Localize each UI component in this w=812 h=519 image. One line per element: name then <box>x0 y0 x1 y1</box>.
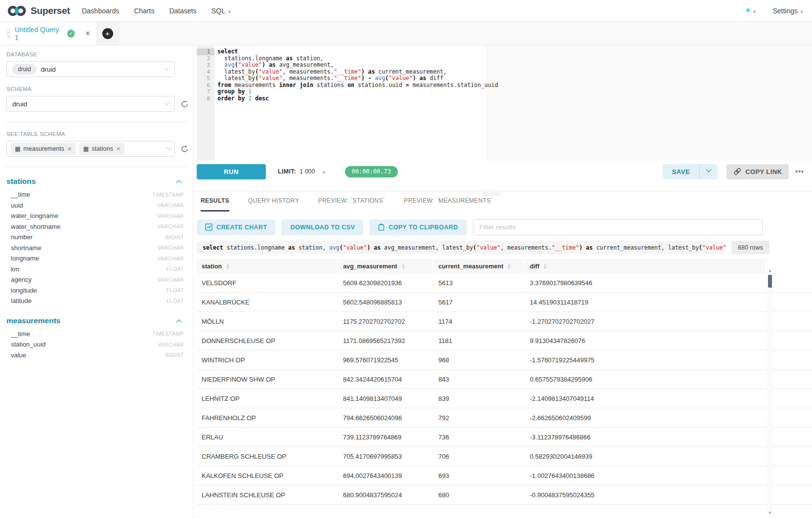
collapse-icon[interactable] <box>176 180 181 185</box>
copy-to-clipboard-button[interactable]: COPY TO CLIPBOARD <box>370 219 466 235</box>
schema-select[interactable]: druid <box>6 96 175 112</box>
results-tab-results[interactable]: RESULTS <box>201 197 229 212</box>
nav-item-dashboards[interactable]: Dashboards <box>82 7 120 15</box>
table-cell: ERLAU <box>197 428 337 446</box>
sort-asc-icon <box>544 264 547 266</box>
sort-icon <box>544 264 547 269</box>
brand-name: Superset <box>31 5 70 16</box>
column-type: FLOAT <box>167 298 184 304</box>
database-select[interactable]: druid druid <box>6 61 175 77</box>
close-tab-icon[interactable] <box>85 30 90 37</box>
column-type: FLOAT <box>167 266 184 272</box>
remove-chip-icon[interactable] <box>67 146 72 152</box>
new-item-dropdown[interactable] <box>745 5 756 16</box>
table-row: LEHNITZ OP841.1409813407049839-2.1409813… <box>197 389 812 408</box>
column-type: BIGINT <box>166 234 184 240</box>
drag-grip-icon[interactable] <box>7 29 10 39</box>
table-chip-measurements[interactable]: measurements <box>11 143 76 155</box>
refresh-icon <box>180 145 189 153</box>
column-name: uuid <box>11 202 23 209</box>
scroll-down-icon[interactable] <box>767 510 773 516</box>
column-header-current-measurement[interactable]: current_measurement <box>433 259 524 273</box>
table-cell: DONNERSCHLEUSE OP <box>197 331 337 350</box>
filter-results-input[interactable] <box>473 219 763 235</box>
code-line[interactable]: latest_by("value", measurements."__time"… <box>217 69 812 76</box>
settings-menu[interactable]: Settings <box>772 7 803 15</box>
schema-column-row: __timeTIMESTAMP <box>6 189 185 200</box>
scroll-up-icon[interactable] <box>767 268 773 274</box>
schema-table-measurements[interactable]: measurements <box>6 316 185 325</box>
copy-link-button[interactable]: COPY LINK <box>727 164 789 179</box>
editor-code[interactable]: select stations.longname as station, avg… <box>217 46 812 102</box>
limit-dropdown[interactable]: LIMIT: 1 000 <box>278 167 325 176</box>
table-cell: LEHNITZ OP <box>197 389 337 408</box>
tab-title[interactable]: Untitled Query 1 <box>15 26 63 42</box>
table-row: WINTRICH OP969.576071922545968-1.5760719… <box>197 350 812 370</box>
table-chip-stations[interactable]: stations <box>79 143 125 155</box>
button-label: DOWNLOAD TO CSV <box>290 224 355 231</box>
save-button[interactable]: SAVE <box>663 164 699 179</box>
schema-table-stations[interactable]: stations <box>6 177 185 186</box>
code-line[interactable]: stations.longname as station, <box>217 55 812 62</box>
code-line[interactable]: order by 2 desc <box>217 95 812 102</box>
superset-logo[interactable]: Superset <box>7 4 70 17</box>
code-line[interactable]: from measurements inner join stations on… <box>217 82 812 89</box>
table-schema-select[interactable]: measurementsstations <box>6 141 175 157</box>
save-dropdown-button[interactable] <box>700 164 718 179</box>
code-line[interactable]: group by 1 <box>217 88 812 95</box>
code-token: "value" <box>702 244 726 251</box>
column-type: VARCHAR <box>158 202 184 208</box>
nav-item-sql[interactable]: SQL <box>212 7 231 15</box>
results-scrollbar[interactable] <box>767 267 773 517</box>
results-tab-preview-stations[interactable]: PREVIEW: `STATIONS` <box>318 197 385 212</box>
more-actions-button[interactable]: ••• <box>795 168 804 175</box>
nav-item-label: SQL <box>212 7 225 15</box>
collapse-icon[interactable] <box>176 319 181 325</box>
table-cell: -1.5760719225449975 <box>525 350 765 369</box>
scrollbar-thumb[interactable] <box>768 275 772 288</box>
refresh-tables-button[interactable] <box>180 145 189 153</box>
sort-desc-icon <box>508 267 511 269</box>
download-to-csv-button[interactable]: DOWNLOAD TO CSV <box>282 219 363 235</box>
refresh-schema-button[interactable] <box>180 100 189 108</box>
sort-icon <box>226 264 229 269</box>
code-token: current_measurement, latest_by <box>593 244 699 251</box>
nav-item-datasets[interactable]: Datasets <box>169 7 196 15</box>
sql-editor[interactable]: 12345678 select stations.longname as sta… <box>197 46 812 161</box>
table-cell: VELSDORF <box>197 273 337 292</box>
column-name: latitude <box>11 297 32 304</box>
results-tab-preview-measurements[interactable]: PREVIEW: `MEASUREMENTS` <box>404 197 493 212</box>
column-header-label: station <box>202 263 222 270</box>
table-cell: 705.4170697995853 <box>338 447 432 466</box>
pane-resize-handle[interactable] <box>482 193 500 197</box>
add-tab-button[interactable] <box>97 22 119 45</box>
table-row: NIEDERFINOW SHW OP842.34244206157048430.… <box>197 370 812 389</box>
tab-untitled-query[interactable]: Untitled Query 1 <box>0 22 97 45</box>
code-token <box>365 68 368 75</box>
table-cell: 969.576071922545 <box>338 350 432 369</box>
code-token: = <box>406 82 409 88</box>
column-header-avg-measurement[interactable]: avg_measurement <box>338 259 432 273</box>
results-tab-query-history[interactable]: QUERY HISTORY <box>248 197 299 212</box>
chip-label: stations <box>92 145 113 152</box>
code-token: , measurements. <box>283 75 334 82</box>
code-token: ( <box>473 244 476 251</box>
column-header-diff[interactable]: diff <box>525 259 765 273</box>
column-name: __time <box>11 191 30 198</box>
column-type: VARCHAR <box>158 277 184 283</box>
column-header-station[interactable]: station <box>197 259 337 273</box>
table-cell: -0.9004837595024355 <box>525 485 765 504</box>
code-line[interactable]: latest_by("value", measurements."__time"… <box>217 75 812 82</box>
schema-column-row: kmFLOAT <box>6 264 185 275</box>
column-name: __time <box>11 330 30 338</box>
remove-chip-icon[interactable] <box>116 146 121 152</box>
row-count-badge: 680 rows <box>731 241 769 254</box>
code-line[interactable]: select <box>217 48 812 55</box>
nav-item-charts[interactable]: Charts <box>134 7 154 15</box>
code-line[interactable]: avg("value") as avg_measurement, <box>217 62 812 69</box>
results-table-body: VELSDORF5609.62309820193656133.376901798… <box>197 273 812 505</box>
run-button[interactable]: RUN <box>197 164 266 179</box>
column-type: VARCHAR <box>158 223 184 229</box>
create-chart-button[interactable]: CREATE CHART <box>197 219 275 235</box>
code-token: as <box>286 55 293 62</box>
